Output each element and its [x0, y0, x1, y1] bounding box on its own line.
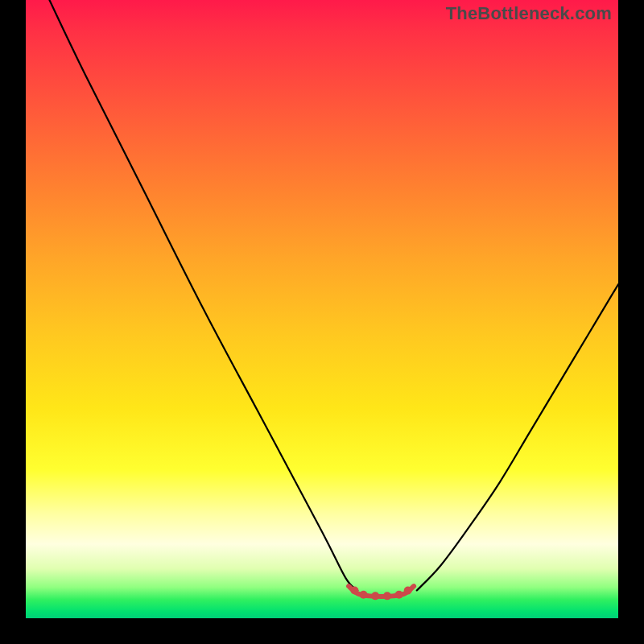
red-dot [360, 591, 368, 599]
series-red-segment [349, 586, 414, 597]
red-dot [371, 592, 379, 600]
chart-svg [26, 0, 618, 618]
chart-container: TheBottleneck.com [0, 0, 644, 644]
frame-border-left [0, 0, 26, 644]
plot-area [26, 0, 618, 618]
red-dot [404, 586, 412, 594]
red-dot [383, 592, 391, 600]
red-dot [350, 586, 358, 594]
red-dot [395, 591, 403, 599]
frame-border-right [618, 0, 644, 644]
series-black-curve-left [49, 0, 357, 590]
watermark-text: TheBottleneck.com [446, 3, 612, 24]
frame-border-bottom [0, 618, 644, 644]
series-black-curve-right [417, 284, 618, 590]
